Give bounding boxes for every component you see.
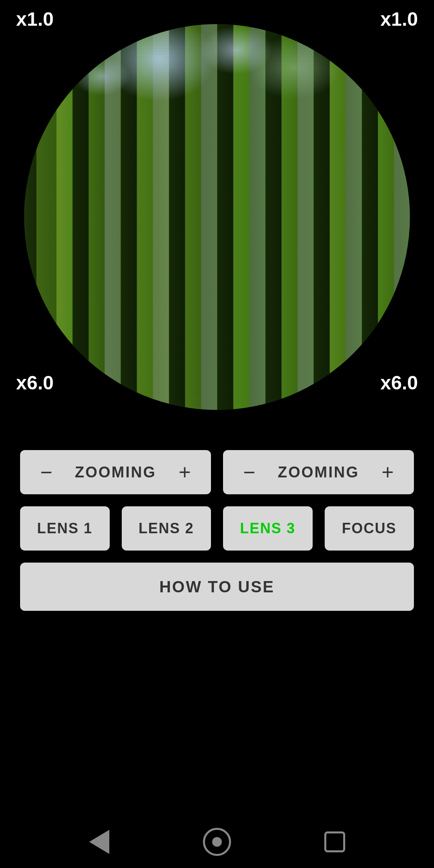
lens2-button[interactable]: LENS 2 (122, 506, 211, 551)
zoom-right-minus-button[interactable]: − (239, 462, 259, 483)
lens-row: LENS 1 LENS 2 LENS 3 FOCUS (20, 506, 414, 551)
zoom-left-plus-button[interactable]: + (175, 462, 195, 483)
zoom-left-label: ZOOMING (75, 464, 156, 481)
how-to-use-button[interactable]: HOW TO USE (20, 563, 414, 611)
back-button[interactable] (85, 828, 113, 856)
lens3-button[interactable]: LENS 3 (223, 506, 313, 551)
zoom-right-plus-button[interactable]: + (378, 462, 398, 483)
zoom-left-minus-button[interactable]: − (36, 462, 56, 483)
back-arrow-icon (89, 830, 109, 854)
zoom-right-label: ZOOMING (278, 464, 359, 481)
home-button[interactable] (203, 828, 231, 856)
recents-square-icon (324, 831, 345, 852)
focus-button[interactable]: FOCUS (325, 506, 414, 551)
recents-button[interactable] (321, 828, 349, 856)
nav-bar (0, 816, 434, 868)
camera-feed (24, 24, 410, 410)
controls-area: − ZOOMING + − ZOOMING + LENS 1 LENS 2 LE… (0, 434, 434, 627)
zoom-controls-row: − ZOOMING + − ZOOMING + (20, 450, 414, 494)
zoom-control-right: − ZOOMING + (223, 450, 414, 494)
lens1-button[interactable]: LENS 1 (20, 506, 110, 551)
viewfinder-container: x1.0 x1.0 x6.0 x6.0 (0, 0, 434, 434)
zoom-control-left: − ZOOMING + (20, 450, 211, 494)
camera-viewport[interactable] (24, 24, 410, 410)
home-circle-icon (203, 828, 231, 856)
